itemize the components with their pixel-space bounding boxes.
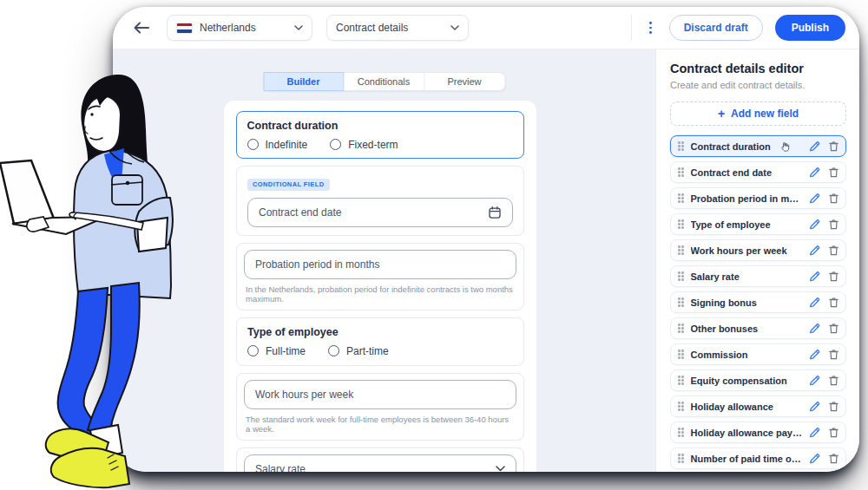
delete-trash-icon[interactable] xyxy=(829,323,838,334)
panel-title: Contract details editor xyxy=(670,62,846,75)
radio-option[interactable]: Fixed-term xyxy=(330,139,398,151)
edit-pencil-icon[interactable] xyxy=(809,401,820,412)
field-item-actions xyxy=(809,349,838,360)
field-card-contract-duration[interactable]: Contract duration Indefinite Fixed-term xyxy=(236,111,524,159)
drag-handle-icon[interactable] xyxy=(678,376,681,378)
radio-option-label: Full-time xyxy=(266,345,306,357)
back-button[interactable] xyxy=(128,15,155,41)
publish-button[interactable]: Publish xyxy=(775,15,845,41)
radio-option[interactable]: Full-time xyxy=(247,345,306,357)
drag-handle-icon[interactable] xyxy=(678,193,681,196)
edit-pencil-icon[interactable] xyxy=(809,271,820,282)
edit-pencil-icon[interactable] xyxy=(809,219,820,230)
form-canvas: Contract duration Indefinite Fixed-term xyxy=(224,101,536,472)
edit-pencil-icon[interactable] xyxy=(809,193,820,204)
edit-pencil-icon[interactable] xyxy=(809,375,820,386)
field-list-item[interactable]: Contract end date xyxy=(670,161,846,183)
country-select[interactable]: Netherlands xyxy=(167,15,312,41)
edit-pencil-icon[interactable] xyxy=(809,245,820,256)
discard-draft-button[interactable]: Discard draft xyxy=(669,15,763,41)
delete-trash-icon[interactable] xyxy=(829,427,838,438)
delete-trash-icon[interactable] xyxy=(829,167,838,178)
edit-pencil-icon[interactable] xyxy=(809,167,820,178)
field-title: Type of employee xyxy=(247,326,513,338)
drag-handle-icon[interactable] xyxy=(678,297,681,300)
drag-handle-icon[interactable] xyxy=(678,454,681,456)
edit-pencil-icon[interactable] xyxy=(809,323,820,334)
delete-trash-icon[interactable] xyxy=(829,401,838,412)
contract-end-date-input[interactable]: Contract end date xyxy=(247,198,513,227)
tab[interactable]: Builder xyxy=(263,72,344,91)
field-list-item-label: Equity compensation xyxy=(691,376,787,386)
field-list-item[interactable]: Type of employee xyxy=(670,213,846,235)
tab[interactable]: Conditionals xyxy=(344,72,424,91)
field-list-item[interactable]: Probation period in months xyxy=(670,187,846,209)
delete-trash-icon[interactable] xyxy=(829,453,838,464)
field-list-item[interactable]: Number of paid time off days xyxy=(670,448,846,469)
tab[interactable]: Preview xyxy=(424,72,505,91)
field-card-salary-rate[interactable]: Salary rate xyxy=(236,448,524,473)
edit-pencil-icon[interactable] xyxy=(809,140,820,152)
field-list-item-label: Probation period in months xyxy=(691,193,803,204)
drag-handle-icon[interactable] xyxy=(678,167,681,170)
radio-option[interactable]: Part-time xyxy=(328,345,389,357)
field-list-item[interactable]: Other bonuses xyxy=(670,317,846,339)
delete-trash-icon[interactable] xyxy=(829,193,838,204)
delete-trash-icon[interactable] xyxy=(829,219,838,230)
delete-trash-icon[interactable] xyxy=(829,140,838,152)
delete-trash-icon[interactable] xyxy=(829,271,838,282)
edit-pencil-icon[interactable] xyxy=(809,349,820,360)
delete-trash-icon[interactable] xyxy=(829,375,838,386)
radio-group-employee-type: Full-time Part-time xyxy=(247,345,513,357)
calendar-icon[interactable] xyxy=(488,206,502,219)
tab-bar: BuilderConditionalsPreview xyxy=(263,72,505,91)
field-card-work-hours[interactable]: Work hours per week The standard work we… xyxy=(236,373,524,441)
radio-option[interactable]: Indefinite xyxy=(247,139,308,151)
field-list: Contract duration xyxy=(670,135,846,469)
field-card-probation[interactable]: Probation period in months In the Nether… xyxy=(236,243,524,310)
more-options-button[interactable] xyxy=(644,18,657,36)
drag-handle-icon[interactable] xyxy=(678,271,681,274)
drag-handle-icon[interactable] xyxy=(678,402,681,404)
probation-input[interactable]: Probation period in months xyxy=(244,250,516,279)
drag-handle-icon[interactable] xyxy=(678,141,681,144)
conditional-field-badge: CONDITIONAL FIELD xyxy=(247,179,330,191)
delete-trash-icon[interactable] xyxy=(829,349,838,360)
plus-icon: + xyxy=(718,108,725,120)
field-item-actions xyxy=(809,427,838,438)
field-list-item[interactable]: Equity compensation xyxy=(670,369,846,391)
drag-handle-icon[interactable] xyxy=(678,245,681,248)
laptop-screen xyxy=(0,160,54,224)
delete-trash-icon[interactable] xyxy=(829,245,838,256)
country-select-value: Netherlands xyxy=(200,22,256,34)
drag-handle-icon[interactable] xyxy=(678,428,681,430)
salary-rate-select[interactable]: Salary rate xyxy=(244,454,516,473)
field-list-item[interactable]: Holiday allowance xyxy=(670,395,846,417)
field-list-item[interactable]: Signing bonus xyxy=(670,291,846,313)
field-list-item[interactable]: Work hours per week xyxy=(670,239,846,261)
drag-handle-icon[interactable] xyxy=(678,219,681,222)
drag-handle-icon[interactable] xyxy=(678,350,681,352)
chevron-down-icon xyxy=(450,25,459,30)
shoe-back xyxy=(46,428,108,467)
field-card-employee-type[interactable]: Type of employee Full-time Part-time xyxy=(236,317,524,366)
app-window: Netherlands Contract details Discard dra… xyxy=(113,7,859,472)
add-new-field-button[interactable]: + Add new field xyxy=(670,101,846,126)
edit-pencil-icon[interactable] xyxy=(809,297,820,308)
template-select[interactable]: Contract details xyxy=(326,15,469,41)
divider xyxy=(631,15,632,41)
delete-trash-icon[interactable] xyxy=(829,297,838,308)
drag-handle-icon[interactable] xyxy=(678,323,681,326)
field-list-item[interactable]: Contract duration xyxy=(670,135,846,157)
edit-pencil-icon[interactable] xyxy=(809,453,820,464)
field-card-contract-end-date[interactable]: CONDITIONAL FIELD Contract end date xyxy=(236,166,524,236)
field-list-item[interactable]: Salary rate xyxy=(670,265,846,287)
netherlands-flag-icon xyxy=(176,23,193,34)
probation-placeholder: Probation period in months xyxy=(255,258,379,271)
field-list-item[interactable]: Holiday allowance payment fre... xyxy=(670,421,846,443)
field-list-item[interactable]: Commission xyxy=(670,343,846,365)
work-hours-input[interactable]: Work hours per week xyxy=(244,380,516,409)
radio-icon xyxy=(330,139,341,150)
radio-group-contract-duration: Indefinite Fixed-term xyxy=(247,139,514,151)
edit-pencil-icon[interactable] xyxy=(809,427,820,438)
